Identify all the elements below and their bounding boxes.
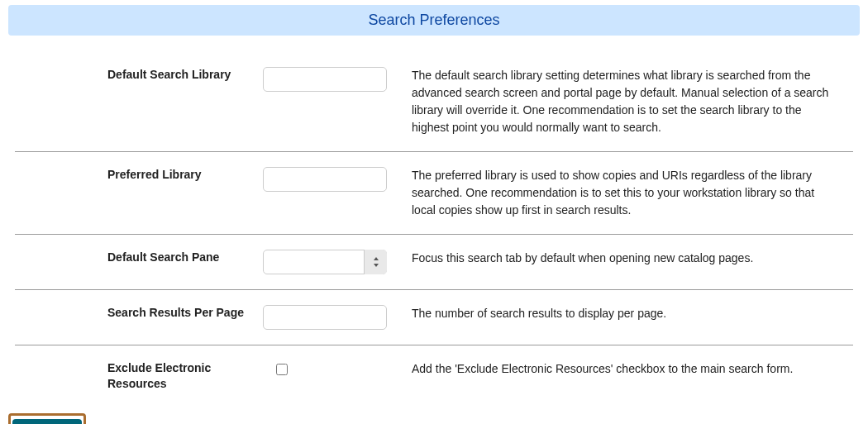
desc-search-results-per-page: The number of search results to display …	[412, 305, 853, 322]
control-default-search-pane	[263, 250, 395, 274]
desc-default-search-pane: Focus this search tab by default when op…	[412, 250, 853, 267]
label-exclude-electronic-resources: Exclude Electronic Resources	[15, 360, 246, 392]
label-preferred-library: Preferred Library	[15, 167, 246, 183]
page-title: Search Preferences	[8, 5, 860, 36]
return-button[interactable]: Return	[12, 419, 82, 424]
preferences-list: Default Search Library The default searc…	[15, 52, 853, 407]
row-preferred-library: Preferred Library The preferred library …	[15, 152, 853, 235]
label-default-search-library: Default Search Library	[15, 67, 246, 83]
desc-exclude-electronic-resources: Add the 'Exclude Electronic Resources' c…	[412, 360, 853, 378]
row-default-search-library: Default Search Library The default searc…	[15, 52, 853, 152]
default-search-library-input[interactable]	[263, 67, 387, 92]
return-button-highlight: Return	[8, 413, 86, 424]
page-title-text: Search Preferences	[368, 12, 499, 28]
row-default-search-pane: Default Search Pane Focus this search ta…	[15, 235, 853, 290]
desc-preferred-library: The preferred library is used to show co…	[412, 167, 853, 219]
search-results-per-page-input[interactable]	[263, 305, 387, 330]
default-search-pane-select[interactable]	[263, 250, 387, 274]
control-exclude-electronic-resources	[263, 360, 395, 378]
exclude-electronic-resources-checkbox[interactable]	[276, 364, 288, 375]
desc-default-search-library: The default search library setting deter…	[412, 67, 853, 136]
control-preferred-library	[263, 167, 395, 192]
preferred-library-input[interactable]	[263, 167, 387, 192]
row-search-results-per-page: Search Results Per Page The number of se…	[15, 290, 853, 345]
label-search-results-per-page: Search Results Per Page	[15, 305, 246, 321]
control-default-search-library	[263, 67, 395, 92]
label-default-search-pane: Default Search Pane	[15, 250, 246, 265]
control-search-results-per-page	[263, 305, 395, 330]
row-exclude-electronic-resources: Exclude Electronic Resources Add the 'Ex…	[15, 345, 853, 407]
